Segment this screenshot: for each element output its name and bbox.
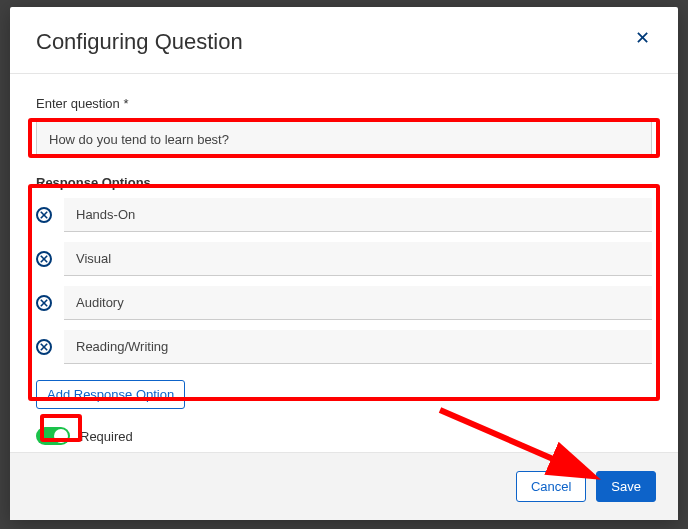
required-toggle[interactable] (36, 427, 70, 445)
close-icon[interactable]: ✕ (633, 29, 652, 47)
response-options-label: Response Options (36, 175, 652, 190)
modal-body: Enter question * Response Options Add Re… (10, 73, 678, 452)
option-input[interactable] (64, 198, 652, 232)
modal-backdrop: Configuring Question ✕ Enter question * … (0, 0, 688, 529)
save-button[interactable]: Save (596, 471, 656, 502)
option-row (36, 286, 652, 320)
toggle-knob (54, 429, 68, 443)
remove-option-icon[interactable] (36, 339, 52, 355)
option-row (36, 242, 652, 276)
question-input[interactable] (36, 121, 652, 157)
cancel-button[interactable]: Cancel (516, 471, 586, 502)
option-input[interactable] (64, 242, 652, 276)
remove-option-icon[interactable] (36, 207, 52, 223)
question-label: Enter question * (36, 96, 652, 111)
modal-header: Configuring Question ✕ (10, 7, 678, 73)
modal-title: Configuring Question (36, 29, 243, 55)
add-response-option-button[interactable]: Add Response Option (36, 380, 185, 409)
option-row (36, 330, 652, 364)
configure-question-modal: Configuring Question ✕ Enter question * … (10, 7, 678, 520)
option-input[interactable] (64, 330, 652, 364)
option-input[interactable] (64, 286, 652, 320)
remove-option-icon[interactable] (36, 251, 52, 267)
remove-option-icon[interactable] (36, 295, 52, 311)
required-label: Required (80, 429, 133, 444)
required-toggle-row: Required (36, 427, 652, 445)
modal-footer: Cancel Save (10, 452, 678, 520)
option-row (36, 198, 652, 232)
